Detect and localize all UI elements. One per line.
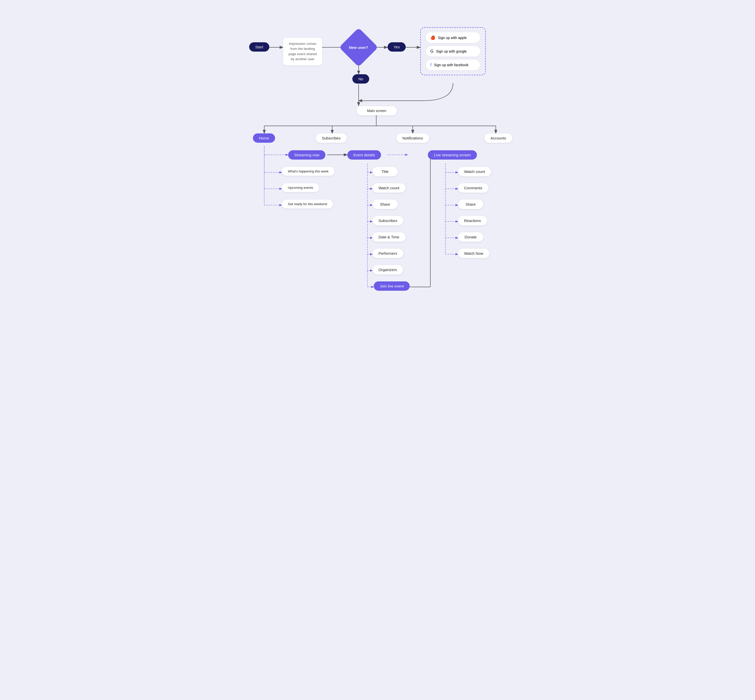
organizers-node: Organizers: [373, 265, 403, 274]
signup-google-button[interactable]: G Sign up with google: [426, 46, 480, 57]
share-live-node: Share: [458, 200, 483, 209]
signup-facebook-button[interactable]: f Sign up with facebook: [426, 59, 480, 70]
new-user-diamond: New user?: [345, 33, 373, 61]
event-details-node[interactable]: Event details: [347, 150, 381, 159]
notifications-nav-node[interactable]: Notifications: [396, 133, 429, 143]
subscribes-details-node: Subscribes: [373, 216, 403, 225]
no-node: No: [353, 74, 369, 84]
comments-node: Comments: [458, 183, 488, 192]
signup-box: 🍎 Sign up with apple G Sign up with goog…: [420, 27, 486, 75]
donate-node: Donate: [458, 232, 483, 242]
reactions-node: Reactions: [458, 216, 487, 225]
watch-count-live-node: Watch count: [458, 167, 491, 176]
signup-apple-button[interactable]: 🍎 Sign up with apple: [426, 32, 480, 43]
get-ready-node: Get ready for this weekend: [282, 200, 333, 208]
facebook-icon: f: [431, 62, 431, 67]
join-live-node[interactable]: Join live event: [374, 281, 410, 291]
streaming-now-node[interactable]: Streaming now: [288, 150, 325, 159]
share-details-node: Share: [373, 200, 398, 209]
title-node: Title: [373, 167, 398, 176]
yes-node: Yes: [388, 42, 406, 52]
date-time-node: Date & Time: [373, 232, 406, 242]
subscribes-nav-node[interactable]: Subscribes: [316, 133, 346, 143]
accounts-nav-node[interactable]: Accounts: [484, 133, 512, 143]
impression-node: Impression comes from the landing page e…: [283, 38, 322, 65]
live-streaming-node[interactable]: Live streaming screen: [428, 150, 477, 159]
performers-node: Performers: [373, 249, 403, 258]
google-icon: G: [431, 49, 434, 54]
flowchart-diagram: Start Impression comes from the landing …: [239, 10, 516, 312]
apple-icon: 🍎: [431, 35, 435, 40]
watch-now-node: Watch Now: [458, 249, 489, 258]
watch-count-details-node: Watch count: [373, 183, 406, 192]
main-screen-node: Main screen: [357, 106, 397, 115]
whats-happening-node: What's happening this week: [282, 167, 334, 176]
home-nav-node[interactable]: Home: [253, 133, 275, 143]
start-node: Start: [249, 42, 269, 52]
upcoming-events-node: Upcoming events: [282, 183, 319, 192]
